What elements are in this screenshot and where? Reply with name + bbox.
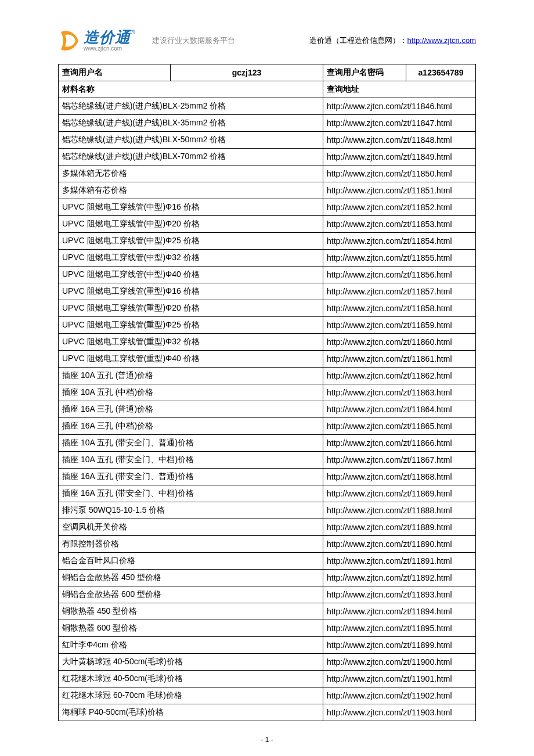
- header-right-link[interactable]: http://www.zjtcn.com: [407, 36, 476, 45]
- material-url-cell: http://www.zjtcn.com/zt/11893.html: [323, 586, 476, 603]
- material-name-cell: UPVC 阻燃电工穿线管(重型)Φ25 价格: [59, 317, 323, 334]
- header-right: 造价通（工程造价信息网）：http://www.zjtcn.com: [309, 35, 476, 46]
- material-url-cell: http://www.zjtcn.com/zt/11862.html: [323, 368, 476, 384]
- material-url-cell: http://www.zjtcn.com/zt/11867.html: [323, 452, 476, 469]
- table-row: 铝合金百叶风口价格http://www.zjtcn.com/zt/11891.h…: [59, 553, 476, 570]
- table-row: 红叶李Φ4cm 价格http://www.zjtcn.com/zt/11899.…: [59, 637, 476, 654]
- header-tagline: 建设行业大数据服务平台: [135, 35, 309, 46]
- data-table: 查询用户名 gczj123 查询用户名密码 a123654789 材料名称 查询…: [58, 64, 476, 721]
- material-url-cell: http://www.zjtcn.com/zt/11866.html: [323, 435, 476, 452]
- material-name-cell: 铝合金百叶风口价格: [59, 553, 323, 570]
- material-url-cell: http://www.zjtcn.com/zt/11895.html: [323, 620, 476, 637]
- table-row: 多媒体箱有芯价格http://www.zjtcn.com/zt/11851.ht…: [59, 182, 476, 199]
- material-name-cell: 红花继木球冠 40-50cm(毛球)价格: [59, 671, 323, 687]
- col-url-header: 查询地址: [323, 81, 476, 98]
- material-url-cell: http://www.zjtcn.com/zt/11890.html: [323, 536, 476, 553]
- table-row: 红花继木球冠 60-70cm 毛球)价格http://www.zjtcn.com…: [59, 687, 476, 704]
- table-row: 插座 16A 五孔 (带安全门、中档)价格http://www.zjtcn.co…: [59, 485, 476, 502]
- material-name-cell: 插座 10A 五孔 (带安全门、中档)价格: [59, 452, 323, 469]
- material-name-cell: 红花继木球冠 60-70cm 毛球)价格: [59, 687, 323, 704]
- material-url-cell: http://www.zjtcn.com/zt/11851.html: [323, 182, 476, 199]
- material-name-cell: UPVC 阻燃电工穿线管(重型)Φ32 价格: [59, 334, 323, 351]
- material-url-cell: http://www.zjtcn.com/zt/11850.html: [323, 165, 476, 182]
- material-url-cell: http://www.zjtcn.com/zt/11902.html: [323, 687, 476, 704]
- material-name-cell: 红叶李Φ4cm 价格: [59, 637, 323, 654]
- material-url-cell: http://www.zjtcn.com/zt/11847.html: [323, 115, 476, 132]
- table-row: 铝芯绝缘线(进户线)(进户线)BLX-25mm2 价格http://www.zj…: [59, 98, 476, 115]
- user-label: 查询用户名: [59, 64, 171, 81]
- material-url-cell: http://www.zjtcn.com/zt/11901.html: [323, 671, 476, 687]
- material-name-cell: 铝芯绝缘线(进户线)(进户线)BLX-70mm2 价格: [59, 149, 323, 165]
- material-name-cell: UPVC 阻燃电工穿线管(中型)Φ32 价格: [59, 250, 323, 267]
- material-name-cell: UPVC 阻燃电工穿线管(重型)Φ16 价格: [59, 283, 323, 300]
- material-name-cell: 铝芯绝缘线(进户线)(进户线)BLX-50mm2 价格: [59, 132, 323, 149]
- material-url-cell: http://www.zjtcn.com/zt/11854.html: [323, 233, 476, 250]
- material-name-cell: 大叶黄杨球冠 40-50cm(毛球)价格: [59, 654, 323, 671]
- material-url-cell: http://www.zjtcn.com/zt/11848.html: [323, 132, 476, 149]
- material-url-cell: http://www.zjtcn.com/zt/11894.html: [323, 603, 476, 620]
- logo-block: 造价通® www.zjtcn.com: [58, 29, 135, 52]
- material-name-cell: 插座 16A 三孔 (中档)价格: [59, 418, 323, 435]
- pw-label: 查询用户名密码: [323, 64, 406, 81]
- table-row: UPVC 阻燃电工穿线管(重型)Φ16 价格http://www.zjtcn.c…: [59, 283, 476, 300]
- material-url-cell: http://www.zjtcn.com/zt/11903.html: [323, 704, 476, 721]
- table-row: 铝芯绝缘线(进户线)(进户线)BLX-35mm2 价格http://www.zj…: [59, 115, 476, 132]
- table-row: 插座 16A 三孔 (普通)价格http://www.zjtcn.com/zt/…: [59, 401, 476, 418]
- col-name-header: 材料名称: [59, 81, 323, 98]
- material-url-cell: http://www.zjtcn.com/zt/11861.html: [323, 351, 476, 368]
- material-url-cell: http://www.zjtcn.com/zt/11858.html: [323, 300, 476, 317]
- material-url-cell: http://www.zjtcn.com/zt/11852.html: [323, 199, 476, 216]
- material-name-cell: 铜铝合金散热器 600 型价格: [59, 586, 323, 603]
- material-name-cell: UPVC 阻燃电工穿线管(中型)Φ40 价格: [59, 267, 323, 283]
- table-row: UPVC 阻燃电工穿线管(中型)Φ40 价格http://www.zjtcn.c…: [59, 267, 476, 283]
- table-row: 铜散热器 600 型价格http://www.zjtcn.com/zt/1189…: [59, 620, 476, 637]
- table-row: 铝芯绝缘线(进户线)(进户线)BLX-50mm2 价格http://www.zj…: [59, 132, 476, 149]
- table-row: UPVC 阻燃电工穿线管(中型)Φ25 价格http://www.zjtcn.c…: [59, 233, 476, 250]
- user-value: gczj123: [171, 64, 323, 81]
- material-url-cell: http://www.zjtcn.com/zt/11849.html: [323, 149, 476, 165]
- header-right-prefix: 造价通（工程造价信息网）：: [309, 36, 407, 45]
- table-header-row: 材料名称 查询地址: [59, 81, 476, 98]
- material-name-cell: 插座 10A 五孔 (中档)价格: [59, 384, 323, 401]
- material-name-cell: UPVC 阻燃电工穿线管(中型)Φ16 价格: [59, 199, 323, 216]
- table-row: UPVC 阻燃电工穿线管(重型)Φ25 价格http://www.zjtcn.c…: [59, 317, 476, 334]
- table-row: 插座 16A 五孔 (带安全门、普通)价格http://www.zjtcn.co…: [59, 469, 476, 485]
- material-url-cell: http://www.zjtcn.com/zt/11892.html: [323, 570, 476, 586]
- table-row: UPVC 阻燃电工穿线管(中型)Φ20 价格http://www.zjtcn.c…: [59, 216, 476, 233]
- material-name-cell: 铜散热器 600 型价格: [59, 620, 323, 637]
- table-row: UPVC 阻燃电工穿线管(重型)Φ40 价格http://www.zjtcn.c…: [59, 351, 476, 368]
- table-row: UPVC 阻燃电工穿线管(中型)Φ16 价格http://www.zjtcn.c…: [59, 199, 476, 216]
- table-row: 铝芯绝缘线(进户线)(进户线)BLX-70mm2 价格http://www.zj…: [59, 149, 476, 165]
- material-url-cell: http://www.zjtcn.com/zt/11855.html: [323, 250, 476, 267]
- material-name-cell: 插座 16A 五孔 (带安全门、中档)价格: [59, 485, 323, 502]
- material-name-cell: 铝芯绝缘线(进户线)(进户线)BLX-25mm2 价格: [59, 98, 323, 115]
- material-name-cell: UPVC 阻燃电工穿线管(中型)Φ20 价格: [59, 216, 323, 233]
- table-row: UPVC 阻燃电工穿线管(重型)Φ32 价格http://www.zjtcn.c…: [59, 334, 476, 351]
- table-row: 大叶黄杨球冠 40-50cm(毛球)价格http://www.zjtcn.com…: [59, 654, 476, 671]
- material-name-cell: 海桐球 P40-50cm(毛球)价格: [59, 704, 323, 721]
- material-name-cell: 铝芯绝缘线(进户线)(进户线)BLX-35mm2 价格: [59, 115, 323, 132]
- material-name-cell: 插座 10A 五孔 (带安全门、普通)价格: [59, 435, 323, 452]
- material-url-cell: http://www.zjtcn.com/zt/11868.html: [323, 469, 476, 485]
- material-url-cell: http://www.zjtcn.com/zt/11857.html: [323, 283, 476, 300]
- table-row: 红花继木球冠 40-50cm(毛球)价格http://www.zjtcn.com…: [59, 671, 476, 687]
- material-name-cell: 插座 16A 三孔 (普通)价格: [59, 401, 323, 418]
- material-url-cell: http://www.zjtcn.com/zt/11889.html: [323, 519, 476, 536]
- material-url-cell: http://www.zjtcn.com/zt/11860.html: [323, 334, 476, 351]
- table-row: 铜铝合金散热器 600 型价格http://www.zjtcn.com/zt/1…: [59, 586, 476, 603]
- material-name-cell: 铜铝合金散热器 450 型价格: [59, 570, 323, 586]
- page-footer: - 1 -: [58, 736, 476, 744]
- material-name-cell: UPVC 阻燃电工穿线管(重型)Φ20 价格: [59, 300, 323, 317]
- material-name-cell: 多媒体箱有芯价格: [59, 182, 323, 199]
- table-row: UPVC 阻燃电工穿线管(重型)Φ20 价格http://www.zjtcn.c…: [59, 300, 476, 317]
- table-row: 插座 10A 五孔 (带安全门、中档)价格http://www.zjtcn.co…: [59, 452, 476, 469]
- material-url-cell: http://www.zjtcn.com/zt/11846.html: [323, 98, 476, 115]
- table-row: 海桐球 P40-50cm(毛球)价格http://www.zjtcn.com/z…: [59, 704, 476, 721]
- table-row: 插座 10A 五孔 (中档)价格http://www.zjtcn.com/zt/…: [59, 384, 476, 401]
- material-url-cell: http://www.zjtcn.com/zt/11864.html: [323, 401, 476, 418]
- login-row: 查询用户名 gczj123 查询用户名密码 a123654789: [59, 64, 476, 81]
- table-row: 排污泵 50WQ15-10-1.5 价格http://www.zjtcn.com…: [59, 502, 476, 519]
- material-name-cell: 空调风机开关价格: [59, 519, 323, 536]
- material-url-cell: http://www.zjtcn.com/zt/11865.html: [323, 418, 476, 435]
- material-url-cell: http://www.zjtcn.com/zt/11863.html: [323, 384, 476, 401]
